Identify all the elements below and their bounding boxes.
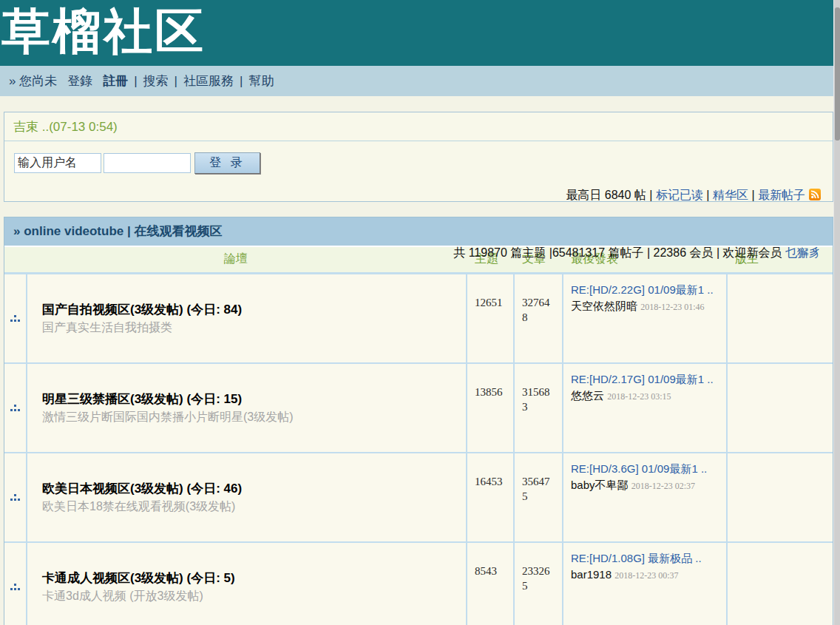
forum-row: 欧美日本视频区(3级发帖) (今日: 46) 欧美日本18禁在线观看视频(3级发… — [4, 452, 833, 541]
last-post-link[interactable]: RE:[HD/1.08G] 最新极品 .. — [571, 552, 702, 564]
digest-area-link[interactable]: 精华区 — [713, 189, 748, 201]
new-member-link[interactable]: 乜獬豸 — [785, 246, 821, 259]
forum-dots-icon — [10, 494, 20, 501]
nav-services-link[interactable]: 社區服務 — [183, 72, 234, 89]
nav-search-link[interactable]: 搜索 — [143, 72, 169, 89]
forum-info-cell: 卡通成人视频区(3级发帖) (今日: 5) 卡通3d成人视频 (开放3级发帖) — [27, 543, 467, 625]
top-navbar: » 您尚未 登錄 註冊 | 搜索 | 社區服務 | 幫助 — [0, 66, 833, 96]
stats-max-posts: 最高日 6840 帖 — [566, 189, 646, 201]
moderator-cell — [728, 364, 833, 452]
password-input[interactable] — [104, 153, 191, 173]
page: 草榴社区 » 您尚未 登錄 註冊 | 搜索 | 社區服務 | 幫助 吉束 ..(… — [0, 0, 833, 625]
posts-count: 233265 — [515, 543, 563, 625]
forum-info-cell: 欧美日本视频区(3级发帖) (今日: 46) 欧美日本18禁在线观看视频(3级发… — [27, 453, 467, 541]
nav-separator: | — [175, 74, 177, 89]
stats-line-1: 最高日 6840 帖 | 标记已读 | 精华区 | 最新帖子 — [453, 186, 821, 205]
scrollbar-thumb[interactable] — [835, 7, 840, 141]
nav-register-link[interactable]: 註冊 — [103, 72, 128, 89]
forum-dots-icon — [10, 405, 20, 411]
login-button[interactable]: 登 录 — [194, 152, 260, 174]
forum-stats: 最高日 6840 帖 | 标记已读 | 精华区 | 最新帖子 共 119870 … — [453, 147, 821, 301]
forum-row: 卡通成人视频区(3级发帖) (今日: 5) 卡通3d成人视频 (开放3级发帖) … — [4, 541, 833, 625]
login-controls: 登 录 — [14, 152, 260, 174]
nav-separator: | — [134, 74, 137, 89]
forum-title-link[interactable]: 明星三级禁播区(3级发帖) (今日: 15) — [42, 391, 458, 408]
forum-description: 欧美日本18禁在线观看视频(3级发帖) — [42, 499, 458, 515]
forum-status-icon — [4, 453, 27, 541]
last-post-link[interactable]: RE:[HD/3.6G] 01/09最新1 .. — [571, 462, 707, 475]
forum-title-link[interactable]: 国产自拍视频区(3级发帖) (今日: 84) — [42, 301, 458, 318]
topics-count: 8543 — [467, 543, 515, 625]
last-post-time: 2018-12-23 01:46 — [640, 302, 704, 312]
forum-title-link[interactable]: 欧美日本视频区(3级发帖) (今日: 46) — [42, 480, 458, 497]
login-status-text: » 您尚未 — [9, 72, 57, 89]
login-row: 登 录 最高日 6840 帖 | 标记已读 | 精华区 | 最新帖子 共 119… — [4, 141, 833, 201]
last-post-user[interactable]: bar1918 — [571, 568, 612, 581]
last-post-cell: RE:[HD/2.17G] 01/09最新1 .. 悠悠云 2018-12-23… — [563, 364, 728, 452]
last-post-cell: RE:[HD/3.6G] 01/09最新1 .. baby不卑鄙 2018-12… — [563, 453, 728, 541]
moderator-cell — [728, 543, 833, 625]
stats-separator: | — [649, 189, 652, 201]
forum-description: 卡通3d成人视频 (开放3级发帖) — [42, 589, 458, 604]
last-post-cell: RE:[HD/1.08G] 最新极品 .. bar1918 2018-12-23… — [563, 543, 728, 625]
greeting-text: 吉束 ..(07-13 0:54) — [4, 112, 833, 141]
mark-read-link[interactable]: 标记已读 — [656, 189, 703, 201]
nav-help-link[interactable]: 幫助 — [248, 72, 274, 89]
forum-dots-icon — [10, 584, 20, 590]
last-post-user[interactable]: baby不卑鄙 — [571, 479, 629, 491]
last-post-time: 2018-12-23 03:15 — [607, 391, 671, 402]
last-post-time: 2018-12-23 00:37 — [614, 570, 678, 581]
last-post-time: 2018-12-23 02:37 — [631, 481, 695, 491]
rss-icon[interactable] — [809, 189, 821, 200]
nav-login-link[interactable]: 登錄 — [67, 72, 92, 89]
forum-description: 激情三级片断国际国内禁播小片断明星(3级发帖) — [42, 410, 458, 425]
posts-count: 315683 — [515, 364, 563, 452]
topics-count: 16453 — [467, 453, 515, 541]
forum-status-icon — [4, 543, 27, 625]
forum-dots-icon — [10, 315, 20, 322]
column-header-forum: 論壇 — [4, 247, 467, 272]
stats-separator: | — [706, 189, 709, 201]
forum-row: 明星三级禁播区(3级发帖) (今日: 15) 激情三级片断国际国内禁播小片断明星… — [4, 362, 833, 452]
forum-status-icon — [4, 364, 27, 452]
site-logo: 草榴社区 — [0, 0, 833, 62]
welcome-box: 吉束 ..(07-13 0:54) 登 录 最高日 6840 帖 | 标记已读 … — [4, 112, 833, 202]
nav-separator: | — [240, 74, 243, 89]
last-post-user[interactable]: 天空依然阴暗 — [571, 300, 637, 312]
posts-count: 356475 — [515, 453, 563, 541]
forum-info-cell: 明星三级禁播区(3级发帖) (今日: 15) 激情三级片断国际国内禁播小片断明星… — [27, 364, 467, 452]
username-input[interactable] — [14, 153, 101, 173]
stats-separator: | — [751, 189, 754, 201]
forum-status-icon — [4, 274, 27, 362]
topics-count: 13856 — [467, 364, 515, 452]
stats-line-2: 共 119870 篇主题 |65481317 篇帖子 | 22386 会员 | … — [453, 243, 821, 263]
forum-description: 国产真实生活自我拍摄类 — [42, 320, 458, 336]
last-post-user[interactable]: 悠悠云 — [571, 389, 604, 402]
stats-totals: 共 119870 篇主题 |65481317 篇帖子 | 22386 会员 | … — [453, 246, 782, 259]
forum-title-link[interactable]: 卡通成人视频区(3级发帖) (今日: 5) — [42, 570, 458, 587]
latest-posts-link[interactable]: 最新帖子 — [758, 189, 805, 201]
moderator-cell — [728, 453, 833, 541]
forum-info-cell: 国产自拍视频区(3级发帖) (今日: 84) 国产真实生活自我拍摄类 — [27, 274, 467, 362]
last-post-link[interactable]: RE:[HD/2.17G] 01/09最新1 .. — [571, 373, 714, 385]
site-banner: 草榴社区 — [0, 0, 833, 66]
vertical-scrollbar[interactable] — [833, 0, 840, 625]
